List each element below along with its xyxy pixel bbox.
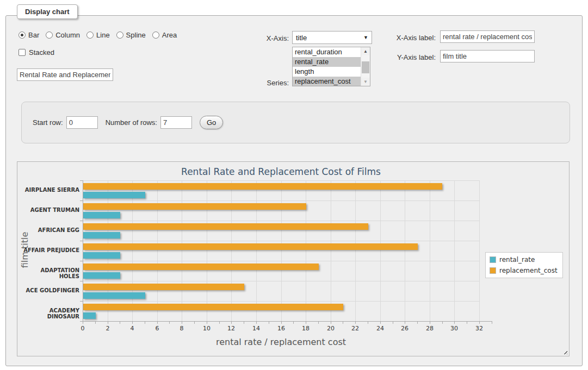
x-axis-tick (120, 322, 120, 324)
x-tick-label: 32 (471, 325, 487, 332)
number-of-rows-input[interactable] (160, 116, 192, 129)
chart-container: Rental Rate and Replacement Cost of Film… (17, 161, 570, 356)
start-row-input[interactable] (66, 116, 98, 129)
x-axis-tick (318, 322, 319, 324)
series-option-rental_rate[interactable]: rental_rate (293, 57, 361, 67)
x-axis-tick (231, 322, 232, 324)
bar-replacement_cost[interactable] (83, 264, 319, 270)
x-tick-label: 12 (223, 325, 239, 332)
category-label: AGENT TRUMAN (20, 207, 79, 213)
bar-replacement_cost[interactable] (83, 183, 442, 190)
x-axis-tick (293, 322, 294, 324)
series-listbox[interactable]: rental_durationrental_ratelengthreplacem… (292, 47, 370, 86)
radio-option-spline[interactable]: Spline (116, 31, 146, 39)
radio-option-area[interactable]: Area (152, 31, 177, 39)
series-option-length[interactable]: length (293, 67, 361, 77)
radio-label-bar: Bar (28, 31, 39, 39)
legend-swatch-icon (490, 267, 496, 274)
x-axis-tick (244, 322, 244, 324)
scroll-up-icon[interactable]: ▲ (361, 47, 370, 55)
scroll-down-icon[interactable]: ▼ (361, 78, 370, 86)
gridline (182, 180, 182, 321)
radio-option-bar[interactable]: Bar (18, 31, 39, 39)
series-option-replacement_cost[interactable]: replacement_cost (293, 77, 361, 86)
x-axis-tick (442, 322, 443, 324)
stacked-checkbox-row: Stacked (18, 48, 54, 57)
radio-icon-area (152, 32, 159, 39)
scrollbar-thumb[interactable] (362, 61, 369, 73)
resize-grip-icon[interactable] (562, 349, 567, 354)
bar-rental_rate[interactable] (83, 312, 96, 319)
radio-icon-bar (18, 32, 26, 39)
x-axis-tick (454, 322, 455, 324)
radio-option-line[interactable]: Line (86, 31, 110, 39)
bar-rental_rate[interactable] (83, 292, 145, 299)
x-axis-tick (430, 322, 430, 324)
x-axis-tick (405, 322, 405, 324)
x-axis-select[interactable]: title ▼ (292, 31, 372, 44)
bar-replacement_cost[interactable] (83, 223, 368, 230)
x-tick-label: 2 (100, 325, 116, 332)
y-axis-line (83, 180, 83, 321)
y-axis-label-input[interactable] (440, 50, 535, 62)
x-tick-label: 20 (323, 325, 339, 332)
x-axis-selected-value: title (296, 34, 307, 42)
row-controls-panel: Start row: Number of rows: Go (21, 102, 570, 143)
radio-label-line: Line (96, 31, 110, 39)
radio-label-spline: Spline (126, 31, 146, 39)
display-chart-panel: Display chart BarColumnLineSplineArea St… (5, 15, 583, 366)
x-tick-label: 14 (248, 325, 264, 332)
category-label: AFRICAN EGG (20, 227, 79, 233)
bar-rental_rate[interactable] (83, 252, 120, 259)
x-axis-tick (368, 322, 368, 324)
gridline (430, 180, 430, 321)
chart-title-input[interactable] (17, 68, 113, 81)
chart-legend: rental_ratereplacement_cost (485, 252, 563, 278)
chart-type-radios: BarColumnLineSplineArea (18, 31, 177, 39)
bar-replacement_cost[interactable] (83, 203, 306, 210)
legend-label: replacement_cost (499, 267, 558, 274)
gridline (306, 180, 306, 321)
x-tick-label: 0 (75, 325, 91, 332)
x-axis-label-input[interactable] (440, 30, 535, 43)
radio-icon-spline (116, 32, 123, 39)
bar-replacement_cost[interactable] (83, 304, 343, 310)
category-label: AFFAIR PREJUDICE (20, 247, 79, 253)
x-axis-tick (281, 322, 282, 324)
x-tick-label: 16 (273, 325, 289, 332)
x-axis-tick (343, 322, 343, 324)
bar-rental_rate[interactable] (83, 212, 120, 218)
page: { "panel": { "legend": "Display chart" }… (0, 0, 588, 370)
x-axis-tick (95, 322, 96, 324)
bar-replacement_cost[interactable] (83, 284, 244, 290)
legend-item-rental_rate[interactable]: rental_rate (490, 256, 558, 264)
plot-area: 02468101214161820222426283032AIRPLANE SI… (83, 180, 479, 321)
series-option-rental_duration[interactable]: rental_duration (293, 47, 361, 57)
x-tick-label: 26 (397, 325, 413, 332)
radio-option-column[interactable]: Column (46, 31, 80, 39)
gridline (454, 180, 455, 321)
gridline (231, 180, 232, 321)
bar-rental_rate[interactable] (83, 192, 145, 198)
legend-swatch-icon (490, 256, 496, 263)
radio-label-area: Area (162, 31, 177, 39)
gridline (157, 180, 158, 321)
x-tick-label: 18 (298, 325, 314, 332)
x-axis-tick (108, 322, 108, 324)
x-axis-tick (492, 322, 492, 324)
bar-rental_rate[interactable] (83, 232, 120, 239)
x-axis-tick (467, 322, 467, 324)
stacked-checkbox[interactable] (18, 49, 26, 56)
x-axis-tick (169, 322, 170, 324)
listbox-scrollbar[interactable]: ▲ ▼ (361, 47, 370, 86)
x-axis-tick (132, 322, 133, 324)
x-axis-tick (355, 322, 356, 324)
go-button[interactable]: Go (200, 116, 223, 129)
bar-replacement_cost[interactable] (83, 243, 418, 250)
x-axis-tick (380, 322, 381, 324)
legend-item-replacement_cost[interactable]: replacement_cost (490, 267, 558, 274)
x-tick-label: 24 (372, 325, 388, 332)
radio-icon-line (86, 32, 94, 39)
bar-rental_rate[interactable] (83, 272, 120, 279)
gridline (355, 180, 356, 321)
